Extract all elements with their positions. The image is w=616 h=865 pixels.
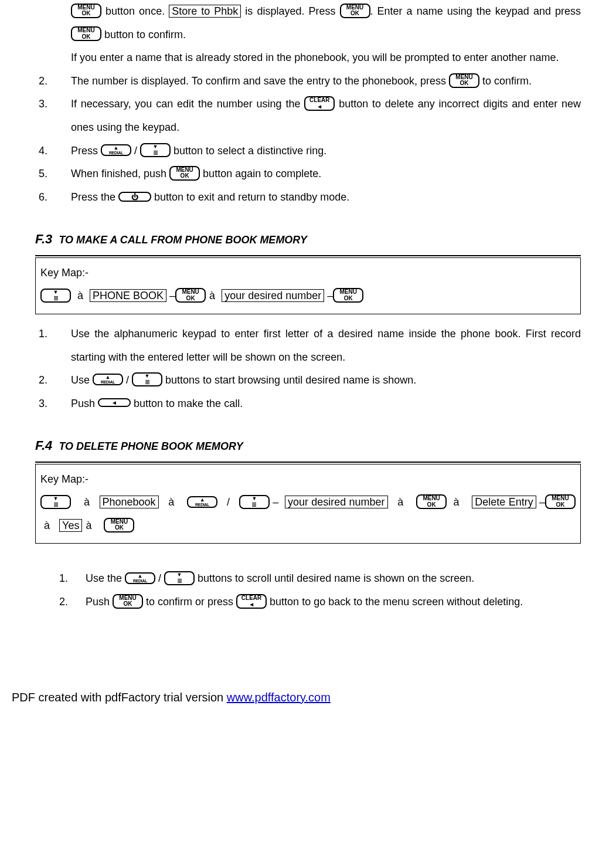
menu-ok-key-icon: MENUOK	[416, 494, 447, 509]
menu-ok-key-icon: MENUOK	[333, 288, 363, 303]
arrow-icon: à	[206, 284, 219, 308]
intro-text: MENUOK button once. Store to Phbk is dis…	[71, 0, 581, 46]
keymap-label: Key Map:-	[40, 262, 576, 285]
desired-number-label: your desired number	[222, 289, 324, 302]
down-list-key-icon	[40, 289, 71, 303]
list-item: 2. The number is displayed. To confirm a…	[35, 70, 581, 93]
menu-ok-key-icon: MENUOK	[175, 288, 206, 303]
down-list-key-icon	[239, 495, 270, 509]
list-item: 3. If necessary, you can edit the number…	[35, 93, 581, 139]
f4-list: 1. Use the REDIAL / buttons to scroll un…	[35, 567, 581, 613]
list-item: 6. Press the button to exit and return t…	[35, 186, 581, 209]
handset-power-key-icon	[118, 192, 151, 202]
list-item: 1. Use the REDIAL / buttons to scroll un…	[56, 567, 581, 591]
pdf-footer: PDF created with pdfFactory trial versio…	[0, 684, 616, 722]
intro-list: MENUOK button once. Store to Phbk is dis…	[35, 0, 581, 209]
down-list-key-icon	[140, 143, 171, 157]
menu-ok-key-icon: MENUOK	[113, 594, 143, 609]
intro-note: If you enter a name that is already stor…	[71, 46, 581, 70]
store-to-phbk-label: Store to Phbk	[169, 5, 241, 18]
up-redial-key-icon: REDIAL	[125, 572, 155, 584]
list-item: 1. Use the alphanumeric keypad to enter …	[35, 323, 581, 369]
down-list-key-icon	[40, 495, 71, 509]
pdffactory-link[interactable]: www.pdffactory.com	[227, 691, 331, 704]
up-redial-key-icon: REDIAL	[93, 374, 123, 385]
clear-key-icon: CLEAR	[236, 594, 267, 609]
menu-ok-key-icon: MENUOK	[71, 26, 101, 41]
arrow-icon: à	[165, 491, 178, 514]
menu-ok-key-icon: MENUOK	[340, 4, 370, 18]
menu-ok-key-icon: MENUOK	[449, 73, 479, 88]
keymap-f3: Key Map:- à PHONE BOOK –MENUOKà your des…	[35, 257, 581, 314]
clear-key-icon: CLEAR	[304, 96, 335, 111]
delete-entry-label: Delete Entry	[472, 496, 536, 508]
list-item: 2. Push MENUOK to confirm or press CLEAR…	[56, 591, 581, 614]
arrow-icon: à	[450, 491, 462, 514]
arrow-icon: à	[82, 514, 95, 538]
up-redial-key-icon: REDIAL	[101, 144, 131, 156]
menu-ok-key-icon: MENUOK	[71, 4, 101, 18]
section-f4-heading: F.4 TO DELETE PHONE BOOK MEMORY	[35, 432, 581, 462]
arrow-icon: à	[394, 491, 407, 514]
keymap-f4: Key Map:- à Phonebook à REDIAL / – your …	[35, 464, 581, 544]
keymap-label: Key Map:-	[40, 468, 576, 491]
down-list-key-icon	[132, 372, 162, 386]
yes-label: Yes	[59, 519, 82, 532]
page-content: MENUOK button once. Store to Phbk is dis…	[0, 0, 616, 637]
list-item: 5. When finished, push MENUOK button aga…	[35, 162, 581, 186]
speaker-key-icon	[98, 398, 131, 407]
menu-ok-key-icon: MENUOK	[169, 166, 200, 181]
menu-ok-key-icon: MENUOK	[104, 518, 134, 532]
arrow-icon: à	[80, 491, 93, 514]
arrow-icon: à	[40, 514, 53, 538]
down-list-key-icon	[164, 571, 195, 585]
list-item: 4. Press REDIAL / button to select a dis…	[35, 140, 581, 163]
list-item: 2. Use REDIAL / buttons to start browsin…	[35, 369, 581, 392]
list-item: 3. Push button to make the call.	[35, 392, 581, 416]
phonebook-label: Phonebook	[100, 496, 159, 508]
menu-ok-key-icon: MENUOK	[545, 494, 576, 509]
section-f3-heading: F.3 TO MAKE A CALL FROM PHONE BOOK MEMOR…	[35, 225, 581, 256]
up-redial-key-icon: REDIAL	[187, 496, 217, 508]
phonebook-label: PHONE BOOK	[90, 289, 166, 302]
arrow-icon: à	[74, 284, 87, 308]
f3-list: 1. Use the alphanumeric keypad to enter …	[35, 323, 581, 415]
desired-number-label: your desired number	[285, 496, 388, 508]
